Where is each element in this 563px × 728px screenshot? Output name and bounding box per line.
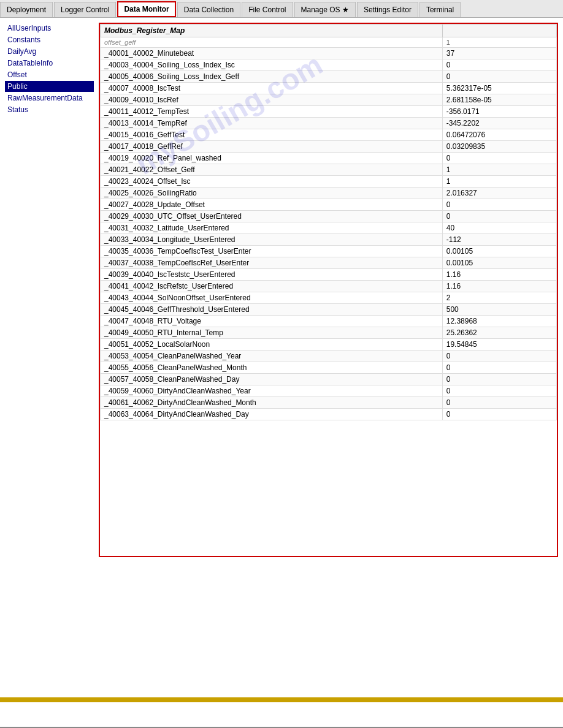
table-row[interactable]: _40017_40018_GeffRef0.03209835 (101, 141, 557, 153)
table-row[interactable]: _40049_40050_RTU_Internal_Temp25.26362 (101, 327, 557, 339)
cell-register-name: _40041_40042_IscRefstc_UserEntered (101, 281, 443, 292)
table-row[interactable]: _40027_40028_Update_Offset0 (101, 199, 557, 211)
nav-tab-data-monitor[interactable]: Data Monitor (117, 1, 175, 17)
cell-register-name: _40013_40014_TempRef (101, 118, 443, 129)
cell-register-value: -345.2202 (442, 118, 556, 129)
cell-register-name: _40025_40026_SoilingRatio (101, 188, 443, 199)
table-row[interactable]: _40005_40006_Soiling_Loss_Index_Geff0 (101, 71, 557, 83)
cell-register-name: _40001_40002_Minutebeat (101, 48, 443, 59)
col-header-name: Modbus_Register_Map (101, 25, 443, 37)
table-row[interactable]: _40059_40060_DirtyAndCleanWashed_Year0 (101, 385, 557, 397)
table-header-row: Modbus_Register_Map (101, 25, 557, 37)
table-row[interactable]: _40041_40042_IscRefstc_UserEntered1.16 (101, 281, 557, 292)
table-row[interactable]: _40031_40032_Latitude_UserEntered40 (101, 222, 557, 234)
cell-register-name: _40059_40060_DirtyAndCleanWashed_Year (101, 385, 443, 397)
cell-register-value: 1.16 (442, 269, 556, 281)
cell-register-name: _40047_40048_RTU_Voltage (101, 316, 443, 327)
sidebar-item-public[interactable]: Public (5, 81, 94, 92)
table-row[interactable]: _40007_40008_IscTest5.362317e-05 (101, 83, 557, 94)
cell-register-value: 2.681158e-05 (442, 94, 556, 106)
table-row[interactable]: _40009_40010_IscRef2.681158e-05 (101, 94, 557, 106)
sidebar: AllUserInputsConstantsDailyAvgDataTableI… (5, 23, 94, 557)
table-row[interactable]: _40043_40044_SolNoonOffset_UserEntered2 (101, 292, 557, 304)
table-row[interactable]: _40025_40026_SoilingRatio2.016327 (101, 188, 557, 199)
cell-register-name: _40063_40064_DirtyAndCleanWashed_Day (101, 409, 443, 420)
cell-register-value: -112 (442, 234, 556, 246)
table-row[interactable]: _40003_40004_Soiling_Loss_Index_Isc0 (101, 59, 557, 71)
table-row[interactable]: _40037_40038_TempCoefIscRef_UserEnter0.0… (101, 257, 557, 269)
cell-register-value: 0 (442, 374, 556, 385)
cell-register-name: _40035_40036_TempCoefIscTest_UserEnter (101, 246, 443, 257)
table-row[interactable]: _40021_40022_Offset_Geff1 (101, 164, 557, 176)
cell-register-value: 1.16 (442, 281, 556, 292)
nav-tab-terminal[interactable]: Terminal (419, 2, 461, 17)
cell-register-name: _40011_40012_TempTest (101, 106, 443, 118)
table-row[interactable]: _40053_40054_CleanPanelWashed_Year0 (101, 351, 557, 362)
table-row[interactable]: _40051_40052_LocalSolarNoon19.54845 (101, 339, 557, 351)
cell-register-name: _40003_40004_Soiling_Loss_Index_Isc (101, 59, 443, 71)
table-row[interactable]: _40015_40016_GeffTest0.06472076 (101, 129, 557, 141)
cell-register-value: 0 (442, 71, 556, 83)
cell-register-name: _40023_40024_Offset_Isc (101, 176, 443, 188)
cell-register-name: _40053_40054_CleanPanelWashed_Year (101, 351, 443, 362)
sidebar-item-rawmeasurementdata[interactable]: RawMeasurementData (5, 93, 94, 104)
table-row[interactable]: _40045_40046_GeffThreshold_UserEntered50… (101, 304, 557, 316)
table-row[interactable]: _40047_40048_RTU_Voltage12.38968 (101, 316, 557, 327)
cell-register-name: _40061_40062_DirtyAndCleanWashed_Month (101, 397, 443, 409)
sidebar-item-datatableinfo[interactable]: DataTableInfo (5, 58, 94, 69)
table-row[interactable]: _40033_40034_Longitude_UserEntered-112 (101, 234, 557, 246)
sidebar-item-alluserinputs[interactable]: AllUserInputs (5, 23, 94, 34)
cell-register-value: 25.26362 (442, 327, 556, 339)
gold-bar (0, 697, 563, 702)
table-row[interactable]: _40063_40064_DirtyAndCleanWashed_Day0 (101, 409, 557, 420)
table-row[interactable]: _40055_40056_CleanPanelWashed_Month0 (101, 362, 557, 374)
nav-tab-file-control[interactable]: File Control (242, 2, 293, 17)
cell-value-partial: 1 (442, 37, 556, 48)
table-row[interactable]: _40019_40020_Ref_Panel_washed0 (101, 153, 557, 164)
table-row[interactable]: _40029_40030_UTC_Offset_UserEntered0 (101, 211, 557, 222)
cell-register-value: 19.54845 (442, 339, 556, 351)
sidebar-item-constants[interactable]: Constants (5, 34, 94, 45)
table-row[interactable]: _40061_40062_DirtyAndCleanWashed_Month0 (101, 397, 557, 409)
cell-register-value: 0.06472076 (442, 129, 556, 141)
table-row[interactable]: _40023_40024_Offset_Isc1 (101, 176, 557, 188)
sidebar-item-status[interactable]: Status (5, 104, 94, 115)
cell-register-name: _40029_40030_UTC_Offset_UserEntered (101, 211, 443, 222)
cell-register-value: 0 (442, 59, 556, 71)
cell-register-value: 12.38968 (442, 316, 556, 327)
cell-register-name: _40021_40022_Offset_Geff (101, 164, 443, 176)
main-content: AllUserInputsConstantsDailyAvgDataTableI… (0, 18, 563, 562)
cell-register-name: _40027_40028_Update_Offset (101, 199, 443, 211)
cell-register-name: _40057_40058_CleanPanelWashed_Day (101, 374, 443, 385)
cell-name-partial: offset_geff (101, 37, 443, 48)
table-row[interactable]: _40001_40002_Minutebeat37 (101, 48, 557, 59)
cell-register-name: _40009_40010_IscRef (101, 94, 443, 106)
cell-register-value: 0 (442, 409, 556, 420)
sidebar-item-offset[interactable]: Offset (5, 69, 94, 80)
nav-tab-manage-os-[interactable]: Manage OS ★ (294, 2, 356, 17)
nav-tab-logger-control[interactable]: Logger Control (54, 2, 116, 17)
table-row[interactable]: _40035_40036_TempCoefIscTest_UserEnter0.… (101, 246, 557, 257)
cell-register-name: _40045_40046_GeffThreshold_UserEntered (101, 304, 443, 316)
table-row[interactable]: _40057_40058_CleanPanelWashed_Day0 (101, 374, 557, 385)
table-row[interactable]: _40013_40014_TempRef-345.2202 (101, 118, 557, 129)
nav-tab-data-collection[interactable]: Data Collection (177, 2, 240, 17)
cell-register-value: 500 (442, 304, 556, 316)
cell-register-value: 2.016327 (442, 188, 556, 199)
nav-tab-settings-editor[interactable]: Settings Editor (357, 2, 418, 17)
cell-register-value: 37 (442, 48, 556, 59)
table-row-partial: offset_geff1 (101, 37, 557, 48)
app-window: DeploymentLogger ControlData MonitorData… (0, 0, 563, 728)
cell-register-name: _40039_40040_IscTeststc_UserEntered (101, 269, 443, 281)
table-row[interactable]: _40011_40012_TempTest-356.0171 (101, 106, 557, 118)
cell-register-value: 0 (442, 351, 556, 362)
cell-register-value: 40 (442, 222, 556, 234)
table-row[interactable]: _40039_40040_IscTeststc_UserEntered1.16 (101, 269, 557, 281)
nav-tab-deployment[interactable]: Deployment (0, 2, 53, 17)
sidebar-item-dailyavg[interactable]: DailyAvg (5, 46, 94, 57)
data-area: mySoiling.com Modbus_Register_Map offset… (99, 23, 558, 557)
cell-register-name: _40033_40034_Longitude_UserEntered (101, 234, 443, 246)
data-table: Modbus_Register_Map offset_geff1_40001_4… (100, 24, 557, 420)
col-header-value (442, 25, 556, 37)
cell-register-value: 0 (442, 153, 556, 164)
